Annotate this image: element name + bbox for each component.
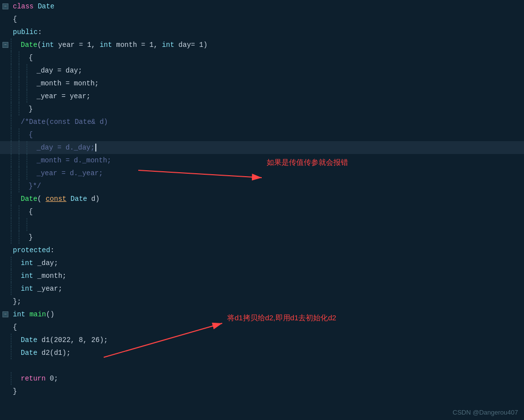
indent-guides — [11, 218, 35, 231]
token-type-date: Date — [71, 194, 87, 204]
line-content: protected: — [11, 244, 54, 257]
code-line: public: — [0, 26, 524, 38]
fold-button[interactable]: − — [2, 3, 8, 9]
indent-guide — [11, 218, 19, 231]
indent-guide — [11, 90, 19, 103]
indent-guide — [11, 231, 19, 244]
line-gutter: − — [0, 0, 11, 13]
line-content: public: — [11, 26, 42, 38]
token-fn-date: Date — [21, 194, 38, 204]
indent-guide — [19, 180, 27, 192]
line-content: class Date — [11, 0, 54, 13]
line-content: }*/ — [27, 180, 41, 192]
code-line — [0, 218, 524, 231]
line-content: int _month; — [19, 269, 66, 282]
token-comment: }*/ — [29, 181, 41, 191]
token-punct: () — [46, 309, 54, 319]
code-lines: −class Date{public:−Date(int year = 1, i… — [0, 0, 524, 398]
text-cursor — [95, 144, 96, 152]
token-punct: { — [29, 207, 33, 217]
indent-guide — [11, 128, 19, 141]
line-gutter — [0, 385, 11, 398]
line-gutter — [0, 192, 11, 205]
indent-guides — [11, 51, 27, 64]
line-gutter: − — [0, 38, 11, 51]
line-content: { — [11, 321, 17, 334]
indent-guide — [19, 128, 27, 141]
token-punct — [66, 194, 70, 204]
token-kw-int: int — [13, 309, 25, 319]
token-var-name: d) — [87, 194, 99, 204]
fold-button[interactable]: − — [2, 42, 8, 48]
indent-guide — [11, 77, 19, 90]
token-kw-class: class — [13, 1, 38, 11]
line-content: _day = d._day; — [35, 141, 96, 154]
code-line: }; — [0, 295, 524, 308]
indent-guide — [27, 77, 35, 90]
token-var-name: 0; — [45, 374, 58, 383]
indent-guides — [11, 231, 27, 244]
line-content: }; — [11, 295, 21, 308]
code-line: int _month; — [0, 269, 524, 282]
indent-guide — [11, 269, 19, 282]
token-var-name: _day; — [33, 258, 58, 268]
token-type-date: Date — [21, 348, 38, 358]
line-content: int _year; — [19, 282, 62, 295]
token-var-name: _year = year; — [37, 91, 90, 101]
token-punct: { — [13, 322, 17, 332]
token-punct: } — [13, 386, 17, 396]
indent-guides — [11, 128, 27, 141]
line-gutter — [0, 103, 11, 115]
code-line: }*/ — [0, 180, 524, 192]
indent-guides — [11, 372, 19, 385]
line-gutter — [0, 154, 11, 167]
code-line: −class Date — [0, 0, 524, 13]
indent-guide — [19, 205, 27, 218]
line-content — [11, 359, 13, 372]
line-gutter — [0, 115, 11, 128]
indent-guides — [11, 64, 35, 77]
line-gutter — [0, 180, 11, 192]
code-line: { — [0, 128, 524, 141]
code-line: } — [0, 385, 524, 398]
token-fn-date: Date — [21, 40, 38, 50]
token-var-name: _month = month; — [37, 78, 99, 88]
line-content: } — [27, 103, 33, 115]
indent-guide — [11, 51, 19, 64]
token-var-name: year = 1, — [54, 40, 99, 50]
indent-guides — [11, 257, 19, 269]
line-gutter — [0, 372, 11, 385]
indent-guide — [11, 115, 19, 128]
fold-button[interactable]: − — [2, 311, 8, 317]
code-line: { — [0, 13, 524, 26]
token-comment: _day = d._day; — [37, 143, 95, 153]
line-content: _year = d._year; — [35, 167, 103, 180]
token-punct: ( — [38, 194, 46, 204]
line-gutter — [0, 26, 11, 38]
line-content: _day = day; — [35, 64, 82, 77]
line-gutter — [0, 64, 11, 77]
line-gutter — [0, 51, 11, 64]
indent-guide — [11, 141, 19, 154]
token-punct: : — [38, 27, 41, 37]
token-punct — [25, 309, 29, 319]
code-line: _year = d._year; — [0, 167, 524, 180]
token-kw-const: const — [45, 194, 66, 204]
indent-guides — [11, 141, 35, 154]
token-punct: } — [29, 232, 33, 242]
indent-guide — [27, 154, 35, 167]
line-content: return 0; — [19, 372, 58, 385]
token-punct: : — [50, 245, 54, 255]
indent-guide — [27, 141, 35, 154]
line-content: } — [27, 231, 33, 244]
line-gutter — [0, 77, 11, 90]
indent-guide — [19, 77, 27, 90]
token-kw-int: int — [41, 40, 54, 50]
token-comment: /*Date(const Date& d) — [21, 117, 108, 127]
indent-guide — [11, 154, 19, 167]
indent-guides — [11, 282, 19, 295]
indent-guide — [11, 180, 19, 192]
token-var-name: d2(d1); — [38, 348, 71, 358]
line-content: { — [27, 51, 33, 64]
line-gutter — [0, 90, 11, 103]
